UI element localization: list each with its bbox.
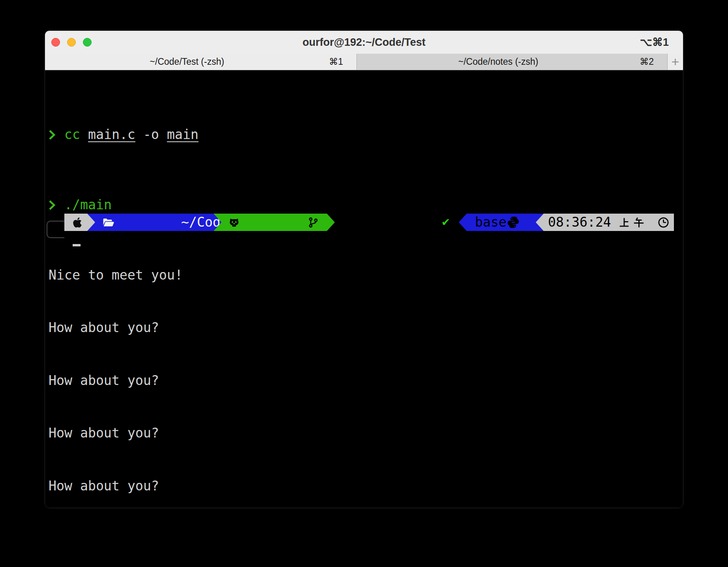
- command-line-1: ccmain.c-omain: [49, 126, 683, 144]
- tab-code-notes[interactable]: ~/Code/notes (-zsh) ⌘2: [356, 54, 667, 70]
- clock-icon: [657, 216, 670, 229]
- powerline-prompt: ~/Code/Test: [45, 214, 683, 231]
- output-line: How about you?: [49, 477, 683, 495]
- git-branch-name: main: [387, 214, 418, 231]
- tab-shortcut: ⌘1: [329, 56, 356, 67]
- output-line: Nice to meet you!: [49, 267, 683, 284]
- terminal-content[interactable]: ccmain.c-omain ./main Nice to meet you! …: [45, 70, 683, 508]
- prompt-frame: [47, 221, 64, 238]
- terminal-window: ourfor@192:~/Code/Test ⌥⌘1 ~/Code/Test (…: [45, 30, 683, 508]
- tab-code-test[interactable]: ~/Code/Test (-zsh) ⌘1: [45, 54, 356, 70]
- command-line-2: ./main: [49, 196, 683, 214]
- title-bar: ourfor@192:~/Code/Test ⌥⌘1: [45, 31, 683, 54]
- cjk-wu-glyph: [633, 216, 645, 229]
- directory-segment: ~/Code/Test: [87, 214, 221, 231]
- window-shortcut-badge: ⌥⌘1: [640, 36, 669, 49]
- prompt-chevron-icon: [49, 200, 56, 210]
- open-folder-icon: [102, 182, 181, 263]
- command-token: cc: [64, 126, 80, 144]
- arg-token: main.c: [88, 126, 135, 144]
- tab-label: ~/Code/Test (-zsh): [45, 56, 329, 67]
- git-status: ?2: [418, 214, 434, 231]
- output-line: How about you?: [49, 424, 683, 442]
- arg-token: main: [167, 126, 199, 144]
- tab-bar: ~/Code/Test (-zsh) ⌘1 ~/Code/notes (-zsh…: [45, 54, 683, 70]
- new-tab-button[interactable]: +: [667, 54, 683, 70]
- time-segment: 08:36:24: [536, 214, 674, 231]
- cjk-shang-glyph: [618, 216, 630, 229]
- terminal-cursor: [73, 244, 81, 246]
- output-line: How about you?: [49, 319, 683, 337]
- tab-shortcut: ⌘2: [640, 56, 667, 67]
- venv-name: base: [475, 214, 507, 231]
- github-octocat-icon: [229, 182, 308, 263]
- output-line: How about you?: [49, 372, 683, 390]
- exit-status-ok: ✔: [438, 214, 454, 231]
- git-segment: main ?2: [213, 214, 335, 231]
- meridiem-label: [618, 216, 645, 229]
- tab-label: ~/Code/notes (-zsh): [357, 56, 640, 67]
- venv-segment: base: [459, 214, 544, 231]
- command-token: ./main: [64, 196, 112, 214]
- prompt-chevron-icon: [49, 130, 56, 140]
- git-branch-icon: [308, 182, 387, 263]
- flag-token: -o: [143, 126, 159, 144]
- window-title: ourfor@192:~/Code/Test: [45, 36, 683, 49]
- clock-time: 08:36:24: [548, 214, 611, 231]
